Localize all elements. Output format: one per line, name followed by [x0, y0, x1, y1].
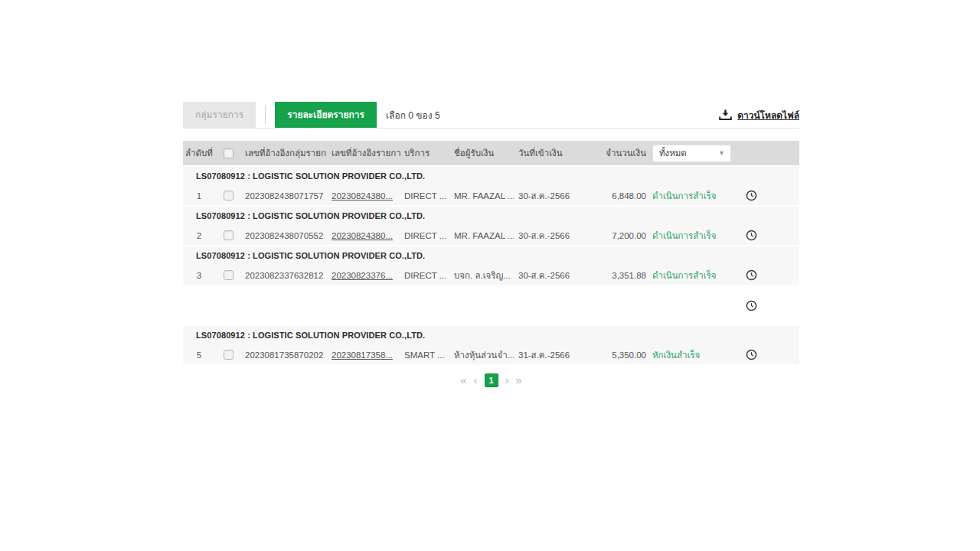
row-item-ref-cell: 20230824380...: [327, 231, 400, 240]
header-seq: ลำดับที่: [183, 146, 215, 160]
download-file-link[interactable]: ดาวน์โหลดไฟล์: [719, 108, 799, 122]
row-history-cell: [730, 269, 773, 281]
row-amount: 6,848.00: [590, 191, 646, 201]
header-amount: จำนวนเงิน: [590, 146, 646, 160]
select-all-checkbox[interactable]: [224, 148, 234, 158]
row-recipient: ห้างหุ้นส่วนจำ...: [448, 348, 514, 362]
tab-group-list[interactable]: กลุ่มรายการ: [183, 102, 256, 128]
row-checkbox[interactable]: [224, 350, 234, 360]
group-header: LS07080912 : LOGISTIC SOLUTION PROVIDER …: [183, 167, 799, 186]
row-amount: 7,200.00: [590, 231, 646, 240]
tab-separator: [265, 106, 266, 124]
row-checkbox-cell: [215, 191, 241, 201]
pagination: « ‹ 1 › »: [183, 373, 799, 387]
header-group-ref: เลขที่อ้างอิงกลุ่มรายการ: [241, 146, 327, 160]
row-recipient: MR. FAAZAL ...: [448, 231, 514, 240]
pagination-prev-icon[interactable]: ‹: [474, 373, 478, 387]
row-seq: 2: [183, 231, 215, 240]
table-row: 3 2023082337632812 20230823376... DIRECT…: [183, 266, 799, 285]
group-header: LS07080912 : LOGISTIC SOLUTION PROVIDER …: [183, 246, 799, 266]
row-checkbox-cell: [215, 270, 241, 280]
clock-history-icon[interactable]: [746, 349, 757, 360]
row-service: DIRECT ...: [400, 271, 448, 280]
row-item-ref-cell: 20230824380...: [327, 191, 400, 201]
clock-history-icon[interactable]: [746, 300, 757, 311]
row-recipient: MR. FAAZAL ...: [448, 191, 514, 201]
chevron-down-icon: ▼: [718, 149, 725, 157]
transaction-group: LS07080912 : LOGISTIC SOLUTION PROVIDER …: [183, 246, 799, 285]
header-item-ref: เลขที่อ้างอิงรายการ: [327, 146, 400, 160]
row-amount: 3,351.88: [590, 271, 646, 280]
row-checkbox-cell: [215, 350, 241, 360]
clock-history-icon[interactable]: [746, 190, 757, 201]
row-recipient: บจก. ล.เจริญ...: [448, 269, 514, 282]
main-content: กลุ่มรายการ รายละเอียดรายการ เลือก 0 ของ…: [183, 102, 799, 387]
transaction-group-blank: [183, 286, 799, 324]
row-group-ref: 2023082337632812: [241, 271, 327, 280]
row-checkbox[interactable]: [224, 191, 234, 201]
pagination-next-icon[interactable]: ›: [505, 373, 509, 387]
row-status: ดำเนินการสำเร็จ: [646, 189, 730, 203]
pagination-page-current[interactable]: 1: [485, 373, 498, 387]
header-date: วันที่เข้าเงิน: [514, 146, 590, 160]
row-group-ref: 2023082438070552: [241, 231, 327, 240]
row-item-ref-cell: 20230817358...: [327, 350, 400, 360]
row-checkbox-cell: [215, 230, 241, 240]
row-status: หักเงินสำเร็จ: [646, 348, 730, 362]
row-item-ref-link[interactable]: 20230817358...: [332, 350, 393, 360]
header-status-filter: ทั้งหมด ▼: [646, 145, 730, 162]
row-date: 30-ส.ค.-2566: [514, 269, 590, 282]
tab-detail-list[interactable]: รายละเอียดรายการ: [275, 102, 377, 128]
row-item-ref-cell: 20230823376...: [327, 271, 400, 280]
row-amount: 5,350.00: [590, 350, 646, 360]
transaction-group: LS07080912 : LOGISTIC SOLUTION PROVIDER …: [183, 326, 799, 364]
row-status: ดำเนินการสำเร็จ: [646, 269, 730, 282]
header-service: บริการ: [400, 146, 448, 160]
row-date: 30-ส.ค.-2566: [514, 189, 590, 203]
row-group-ref: 2023081735870202: [241, 350, 327, 360]
row-item-ref-link[interactable]: 20230823376...: [332, 271, 393, 280]
pagination-last-icon[interactable]: »: [516, 373, 522, 387]
row-seq: 3: [183, 271, 215, 280]
row-date: 31-ส.ค.-2566: [514, 348, 590, 362]
status-filter-dropdown[interactable]: ทั้งหมด ▼: [652, 145, 730, 162]
table-row: 5 2023081735870202 20230817358... SMART …: [183, 345, 799, 364]
toolbar: กลุ่มรายการ รายละเอียดรายการ เลือก 0 ของ…: [183, 102, 799, 129]
row-item-ref-link[interactable]: 20230824380...: [332, 191, 393, 201]
table-header-row: ลำดับที่ เลขที่อ้างอิงกลุ่มรายการ เลขที่…: [183, 141, 799, 165]
download-label: ดาวน์โหลดไฟล์: [737, 108, 799, 122]
row-service: DIRECT ...: [400, 231, 448, 240]
row-service: DIRECT ...: [400, 191, 448, 201]
group-header: LS07080912 : LOGISTIC SOLUTION PROVIDER …: [183, 207, 799, 226]
group-header: LS07080912 : LOGISTIC SOLUTION PROVIDER …: [183, 326, 799, 345]
transaction-group: LS07080912 : LOGISTIC SOLUTION PROVIDER …: [183, 167, 799, 205]
header-recipient: ชื่อผู้รับเงิน: [448, 146, 514, 160]
transaction-group: LS07080912 : LOGISTIC SOLUTION PROVIDER …: [183, 207, 799, 245]
row-seq: 5: [183, 350, 215, 360]
download-icon: [719, 109, 732, 121]
table-row: 1 2023082438071757 20230824380... DIRECT…: [183, 186, 799, 205]
clock-history-icon[interactable]: [746, 269, 757, 281]
selection-count: เลือก 0 ของ 5: [386, 108, 440, 122]
row-checkbox[interactable]: [224, 230, 234, 240]
row-date: 30-ส.ค.-2566: [514, 229, 590, 243]
row-history-cell: [730, 230, 773, 241]
row-group-ref: 2023082438071757: [241, 191, 327, 201]
clock-history-icon[interactable]: [746, 230, 757, 241]
row-checkbox[interactable]: [224, 270, 234, 280]
pagination-first-icon[interactable]: «: [460, 373, 466, 387]
row-service: SMART ...: [400, 350, 448, 360]
row-history-cell: [730, 300, 773, 311]
status-filter-value: ทั้งหมด: [659, 146, 687, 160]
row-history-cell: [730, 349, 773, 360]
row-history-cell: [730, 190, 773, 201]
header-checkbox-cell: [215, 148, 241, 158]
table-row: 2 2023082438070552 20230824380... DIRECT…: [183, 226, 799, 245]
table-row-blank: [183, 286, 799, 324]
row-item-ref-link[interactable]: 20230824380...: [332, 231, 393, 240]
row-seq: 1: [183, 191, 215, 201]
row-status: ดำเนินการสำเร็จ: [646, 229, 730, 243]
transactions-table: ลำดับที่ เลขที่อ้างอิงกลุ่มรายการ เลขที่…: [183, 141, 799, 364]
